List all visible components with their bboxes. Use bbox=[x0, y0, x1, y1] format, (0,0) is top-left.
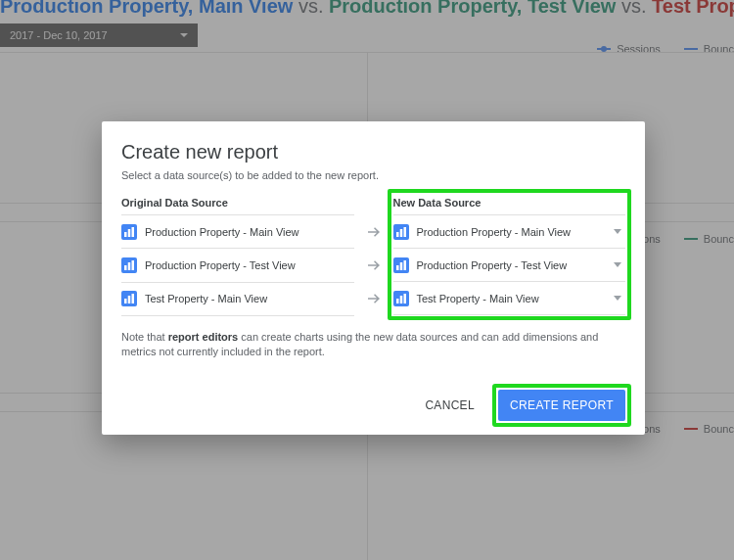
original-data-source-row: Production Property - Test View bbox=[121, 250, 354, 283]
data-source-name: Production Property - Main View bbox=[145, 226, 299, 238]
chevron-down-icon bbox=[614, 229, 621, 234]
svg-rect-15 bbox=[132, 227, 135, 237]
dialog-subtitle: Select a data source(s) to be added to t… bbox=[121, 169, 625, 181]
svg-rect-5 bbox=[396, 265, 399, 270]
svg-rect-1 bbox=[396, 232, 399, 237]
create-report-dialog: Create new report Select a data source(s… bbox=[102, 121, 645, 435]
svg-rect-19 bbox=[132, 260, 135, 270]
chevron-down-icon bbox=[614, 262, 621, 267]
data-source-name: Production Property - Test View bbox=[145, 259, 296, 271]
svg-rect-17 bbox=[124, 265, 127, 270]
data-source-columns: Original Data Source New Data Source Pro… bbox=[121, 197, 625, 316]
data-source-name: Test Property - Main View bbox=[417, 293, 539, 304]
dialog-note: Note that report editors can create char… bbox=[121, 330, 625, 360]
data-source-name: Production Property - Main View bbox=[417, 226, 572, 238]
svg-rect-23 bbox=[132, 294, 135, 303]
new-data-source-column: New Data Source Production Property - Ma… bbox=[393, 197, 626, 316]
original-data-source-row: Production Property - Main View bbox=[121, 215, 354, 249]
svg-rect-2 bbox=[399, 229, 402, 237]
original-header: Original Data Source bbox=[121, 197, 354, 215]
dialog-title: Create new report bbox=[121, 141, 625, 163]
note-text: Note that bbox=[121, 331, 168, 343]
original-data-source-row: Test Property - Main View bbox=[121, 283, 354, 316]
analytics-icon bbox=[393, 224, 409, 240]
create-report-button[interactable]: CREATE REPORT bbox=[498, 390, 625, 421]
cancel-button[interactable]: CANCEL bbox=[421, 391, 478, 420]
arrow-right-icon bbox=[362, 215, 386, 249]
svg-rect-13 bbox=[124, 232, 127, 237]
svg-rect-18 bbox=[128, 262, 131, 270]
arrow-right-icon bbox=[362, 250, 386, 283]
create-button-wrap: CREATE REPORT bbox=[498, 390, 625, 421]
analytics-icon bbox=[393, 257, 409, 273]
new-data-source-selector[interactable]: Production Property - Main View bbox=[393, 215, 626, 249]
svg-rect-10 bbox=[399, 296, 402, 303]
chevron-down-icon bbox=[614, 296, 621, 301]
svg-rect-14 bbox=[128, 229, 131, 237]
new-header: New Data Source bbox=[393, 197, 626, 215]
svg-rect-3 bbox=[403, 227, 406, 237]
arrow-right-icon bbox=[362, 283, 386, 316]
svg-rect-21 bbox=[124, 299, 127, 303]
note-bold: report editors bbox=[168, 331, 239, 343]
svg-rect-22 bbox=[128, 296, 131, 303]
data-source-name: Production Property - Test View bbox=[417, 259, 568, 271]
new-data-source-selector[interactable]: Production Property - Test View bbox=[393, 249, 626, 282]
svg-rect-7 bbox=[403, 260, 406, 270]
dialog-actions: CANCEL CREATE REPORT bbox=[121, 390, 625, 421]
analytics-icon bbox=[121, 257, 137, 273]
analytics-icon bbox=[121, 224, 137, 240]
data-source-name: Test Property - Main View bbox=[145, 293, 267, 304]
svg-rect-6 bbox=[399, 262, 402, 270]
analytics-icon bbox=[121, 291, 137, 306]
analytics-icon bbox=[393, 291, 409, 306]
new-data-source-selector[interactable]: Test Property - Main View bbox=[393, 282, 626, 315]
svg-rect-9 bbox=[396, 299, 399, 303]
svg-rect-11 bbox=[403, 294, 406, 303]
